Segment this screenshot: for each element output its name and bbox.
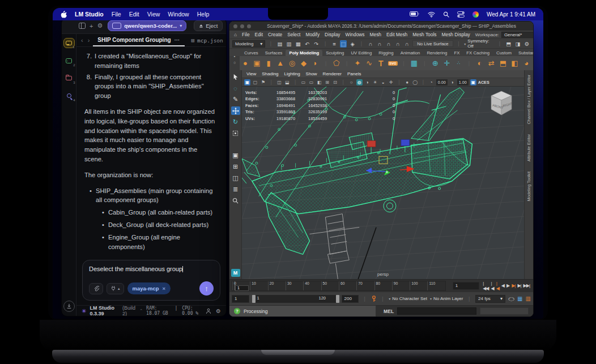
menu-bar-item[interactable]: View — [147, 11, 160, 18]
layout-single-pane-icon[interactable]: ▣ — [231, 151, 240, 160]
rotate-tool-icon[interactable]: ↻ — [231, 118, 240, 126]
move-tool-icon[interactable] — [231, 106, 240, 115]
settings-gear-icon[interactable]: ⚙ — [216, 308, 221, 314]
center-pivot-icon[interactable]: ∴ — [454, 61, 463, 66]
maya-menu-item[interactable]: Create — [268, 32, 282, 37]
maya-menu-item[interactable]: File — [242, 32, 250, 37]
mcp-plugin-pill[interactable]: maya-mcp × — [127, 282, 171, 294]
shaded-icon[interactable]: ◍ — [356, 79, 363, 85]
sidebar-item-chat[interactable]: 1 — [63, 38, 75, 48]
play-backwards-button[interactable]: ◀ — [501, 283, 504, 288]
sweep-mesh-icon[interactable]: ∿ — [365, 59, 374, 67]
multi-cut-icon[interactable]: ▦ — [410, 59, 419, 67]
super-shape-icon[interactable]: ✦ — [353, 59, 362, 67]
open-scene-icon[interactable]: ▥ — [286, 40, 292, 48]
panel-menu-item[interactable]: Renderer — [323, 71, 342, 76]
lights-icon[interactable]: ☀ — [372, 79, 378, 85]
view-cube[interactable]: FRONT RIGHT — [486, 90, 517, 118]
wifi-icon[interactable] — [428, 11, 435, 18]
shelf-tab[interactable]: FX — [450, 50, 463, 56]
play-button[interactable]: ▶ — [506, 283, 509, 288]
close-button[interactable] — [233, 24, 237, 28]
range-slider[interactable]: 1 120 — [252, 295, 339, 303]
ipr-render-icon[interactable]: ◨ — [514, 40, 521, 48]
camera-attributes-icon[interactable]: ▢ — [252, 79, 258, 85]
boolean-icon[interactable]: ◐ — [475, 59, 484, 67]
step-forward-frame-button[interactable]: ▶| — [517, 283, 521, 288]
gamma-field[interactable]: 1.00 — [457, 79, 469, 85]
safe-action-icon[interactable]: ⊡ — [332, 79, 338, 85]
connect-tool-icon[interactable]: ✛ — [442, 59, 452, 67]
go-to-end-button[interactable]: ▶▶| — [523, 283, 530, 288]
select-camera-icon[interactable]: ▣ — [244, 79, 250, 85]
layout-two-pane-icon[interactable]: ◫ — [231, 174, 240, 182]
paint-select-tool-icon[interactable]: ✎ — [231, 95, 240, 104]
go-to-start-button[interactable]: |◀◀ — [483, 281, 488, 291]
maya-menu-item[interactable]: Mesh Display — [442, 32, 470, 37]
color-management-icon[interactable]: ▣ — [470, 79, 476, 85]
control-center-icon[interactable] — [457, 11, 465, 18]
downloads-button[interactable] — [63, 301, 75, 312]
maya-menu-item[interactable]: Windows — [346, 32, 365, 37]
shelf-tab[interactable]: Animation — [397, 50, 424, 56]
plugins-button[interactable]: ▴ — [107, 283, 124, 294]
snap-to-point-icon[interactable]: ∩ — [385, 40, 392, 48]
current-frame-field[interactable]: 1 — [453, 282, 480, 290]
field-chart-icon[interactable]: ⊞ — [324, 79, 330, 85]
menu-bar-item[interactable]: Help — [197, 11, 210, 18]
exposure-field[interactable]: 0.00 — [436, 79, 448, 85]
shelf-tab[interactable]: Sculpting — [322, 50, 347, 56]
zoom-tool-icon[interactable] — [231, 196, 240, 205]
toggle-sidebar-icon[interactable] — [79, 22, 86, 31]
shelf-tab[interactable]: UV Editing — [347, 50, 375, 56]
new-chat-icon[interactable]: + — [90, 22, 93, 31]
film-gate-icon[interactable]: ▭ — [300, 79, 306, 85]
mel-result-field[interactable] — [480, 307, 529, 315]
layout-outliner-icon[interactable]: ≣ — [231, 185, 240, 194]
smooth-icon[interactable]: ◕ — [522, 59, 531, 67]
animation-end-field[interactable]: 200 — [342, 295, 359, 303]
playback-loop-icon[interactable]: ◯ — [508, 297, 514, 301]
snap-to-center-icon[interactable]: ∩ — [394, 40, 401, 48]
sidebar-item-developer[interactable]: › 2 — [63, 55, 75, 66]
set-key-icon[interactable] — [371, 296, 377, 302]
search-icon[interactable] — [443, 11, 449, 18]
settings-gear-icon[interactable]: ⚙ — [97, 22, 103, 31]
eject-model-button[interactable]: Eject — [194, 20, 223, 31]
layout-four-pane-icon[interactable]: ⊞ — [231, 162, 240, 171]
tab-mcp-json[interactable]: ▤ mcp.json × — [187, 37, 227, 44]
animation-start-field[interactable]: 1 — [232, 295, 249, 303]
range-start-handle[interactable] — [252, 295, 256, 303]
select-tool-icon[interactable] — [231, 72, 240, 81]
symmetry-dropdown[interactable]: ▾Symmetry: Off — [464, 38, 494, 49]
menu-set-dropdown[interactable]: Modeling▾ — [232, 40, 265, 48]
step-forward-key-button[interactable]: ▶| — [512, 283, 515, 288]
snap-to-grid-icon[interactable]: ∩ — [367, 40, 374, 48]
gate-mask-icon[interactable]: ◧ — [316, 79, 322, 85]
maya-menu-item[interactable]: Mesh Tools — [412, 32, 436, 37]
textured-icon[interactable]: ◑ — [364, 79, 371, 85]
nav-forward-icon[interactable]: › — [87, 37, 91, 44]
sidebar-item-discover[interactable]: 4 — [63, 91, 75, 101]
separate-icon[interactable]: ◧ — [510, 59, 520, 67]
wireframe-icon[interactable]: ○ — [348, 79, 355, 85]
sidebar-tab[interactable]: Modeling Toolkit — [526, 172, 531, 201]
poly-disc-icon[interactable]: ◗ — [311, 59, 320, 67]
gamma-icon[interactable]: ◑ — [449, 79, 455, 85]
sidebar-item-my-models[interactable]: 3 — [63, 73, 75, 83]
home-icon[interactable]: ⌂ — [234, 32, 237, 37]
close-tab-icon[interactable]: × — [226, 37, 227, 44]
undo-icon[interactable]: ↶ — [304, 40, 310, 48]
panel-menu-item[interactable]: Show — [306, 71, 317, 76]
maya-menu-item[interactable]: Mesh — [370, 32, 381, 37]
poly-torus-icon[interactable]: ◎ — [288, 59, 297, 67]
workspace-dropdown[interactable]: General*▾ — [501, 32, 534, 38]
shadows-icon[interactable]: ◒ — [380, 79, 386, 85]
remove-plugin-icon[interactable]: × — [163, 285, 166, 292]
menu-bar-clock[interactable]: Wed Apr 1 9:41 AM — [487, 11, 535, 18]
live-surface-field[interactable]: No Live Surface — [412, 40, 453, 47]
menu-bar-item[interactable]: File — [112, 11, 121, 18]
tab-chat[interactable]: SHIP Component Grouping ⋯ — [93, 34, 184, 46]
shelf-tab[interactable]: Poly Modeling — [286, 50, 322, 56]
shelf-tab[interactable]: Custom — [493, 50, 515, 56]
